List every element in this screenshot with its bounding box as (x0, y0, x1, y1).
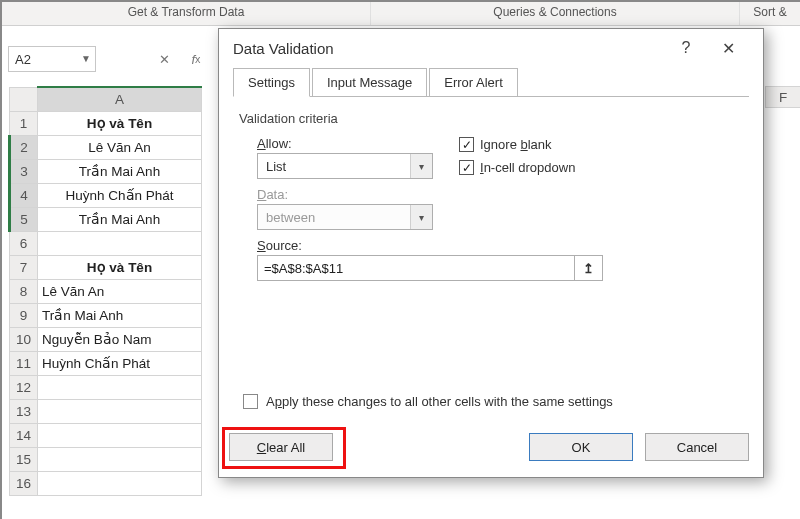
chevron-down-icon: ▾ (410, 205, 432, 229)
tab-settings[interactable]: Settings (233, 68, 310, 97)
cell-A7[interactable]: Họ và Tên (38, 255, 202, 279)
row-header[interactable]: 3 (10, 159, 38, 183)
row-header[interactable]: 1 (10, 111, 38, 135)
row-header[interactable]: 15 (10, 447, 38, 471)
range-picker-button[interactable]: ↥ (575, 255, 603, 281)
dialog-tabs: Settings Input Message Error Alert (219, 67, 763, 97)
row-header[interactable]: 8 (10, 279, 38, 303)
data-validation-dialog: Data Validation ? ✕ Settings Input Messa… (218, 28, 764, 478)
cell-A4[interactable]: Huỳnh Chấn Phát (38, 183, 202, 207)
tab-error-alert[interactable]: Error Alert (429, 68, 518, 97)
checkbox-checked-icon: ✓ (459, 137, 474, 152)
in-cell-dropdown-label: In-cell dropdown (480, 160, 575, 175)
cell-A6[interactable] (38, 231, 202, 255)
row-header[interactable]: 5 (10, 207, 38, 231)
cell-A2[interactable]: Lê Văn An (38, 135, 202, 159)
ignore-blank-label: Ignore blank (480, 137, 552, 152)
row-header[interactable]: 13 (10, 399, 38, 423)
row-header[interactable]: 6 (10, 231, 38, 255)
close-button[interactable]: ✕ (707, 29, 749, 67)
row-header[interactable]: 16 (10, 471, 38, 495)
help-button[interactable]: ? (665, 29, 707, 67)
cell-A16[interactable] (38, 471, 202, 495)
cell-A1[interactable]: Họ và Tên (38, 111, 202, 135)
row-header[interactable]: 12 (10, 375, 38, 399)
ribbon-group-get-transform: Get & Transform Data (2, 2, 371, 25)
clear-all-button[interactable]: Clear All (229, 433, 333, 461)
apply-all-checkbox[interactable] (243, 394, 258, 409)
row-header[interactable]: 7 (10, 255, 38, 279)
name-box-value: A2 (15, 52, 31, 67)
cell-A9[interactable]: Trần Mai Anh (38, 303, 202, 327)
apply-all-label: Apply these changes to all other cells w… (266, 394, 613, 409)
settings-panel: Validation criteria Allow: List ▾ Data: … (233, 97, 749, 417)
fx-icon[interactable]: fx (184, 47, 208, 71)
dialog-buttons: Clear All OK Cancel (229, 431, 749, 463)
name-box[interactable]: A2 ▼ (8, 46, 96, 72)
chevron-down-icon[interactable]: ▾ (410, 154, 432, 178)
ribbon-group-queries: Queries & Connections (371, 2, 740, 25)
cell-A14[interactable] (38, 423, 202, 447)
row-header[interactable]: 11 (10, 351, 38, 375)
row-header[interactable]: 4 (10, 183, 38, 207)
source-label: Source: (257, 238, 749, 253)
dialog-title: Data Validation (233, 40, 334, 57)
in-cell-dropdown-checkbox[interactable]: ✓ In-cell dropdown (459, 160, 575, 175)
checkbox-checked-icon: ✓ (459, 160, 474, 175)
range-picker-icon: ↥ (583, 261, 594, 276)
ribbon-group-sort: Sort & (740, 2, 800, 25)
cell-A3[interactable]: Trần Mai Anh (38, 159, 202, 183)
cell-A12[interactable] (38, 375, 202, 399)
col-header-F[interactable]: F (765, 86, 800, 108)
select-all-corner[interactable] (10, 87, 38, 111)
chevron-down-icon[interactable]: ▼ (81, 53, 91, 64)
cell-A8[interactable]: Lê Văn An (38, 279, 202, 303)
cell-A10[interactable]: Nguyễn Bảo Nam (38, 327, 202, 351)
ignore-blank-checkbox[interactable]: ✓ Ignore blank (459, 137, 575, 152)
source-value: =$A$8:$A$11 (264, 261, 343, 276)
ribbon-groups: Get & Transform Data Queries & Connectio… (2, 2, 800, 26)
row-header[interactable]: 10 (10, 327, 38, 351)
worksheet-grid[interactable]: A 1 Họ và Tên 2 Lê Văn An 3 Trần Mai Anh… (8, 86, 202, 496)
row-header[interactable]: 9 (10, 303, 38, 327)
cell-A15[interactable] (38, 447, 202, 471)
tab-input-message[interactable]: Input Message (312, 68, 427, 97)
data-value: between (266, 210, 315, 225)
formula-bar-row: A2 ▼ ✕ fx (8, 46, 208, 72)
cell-A13[interactable] (38, 399, 202, 423)
cancel-button[interactable]: Cancel (645, 433, 749, 461)
validation-criteria-label: Validation criteria (239, 111, 749, 126)
data-select: between ▾ (257, 204, 433, 230)
cancel-formula-icon[interactable]: ✕ (152, 47, 176, 71)
col-header-A[interactable]: A (38, 87, 202, 111)
row-header[interactable]: 2 (10, 135, 38, 159)
row-header[interactable]: 14 (10, 423, 38, 447)
cell-A11[interactable]: Huỳnh Chấn Phát (38, 351, 202, 375)
dialog-titlebar[interactable]: Data Validation ? ✕ (219, 29, 763, 67)
cell-A5[interactable]: Trần Mai Anh (38, 207, 202, 231)
allow-select[interactable]: List ▾ (257, 153, 433, 179)
source-input[interactable]: =$A$8:$A$11 (257, 255, 575, 281)
data-label: Data: (257, 187, 749, 202)
close-icon: ✕ (722, 39, 735, 58)
ok-button[interactable]: OK (529, 433, 633, 461)
allow-value: List (266, 159, 286, 174)
